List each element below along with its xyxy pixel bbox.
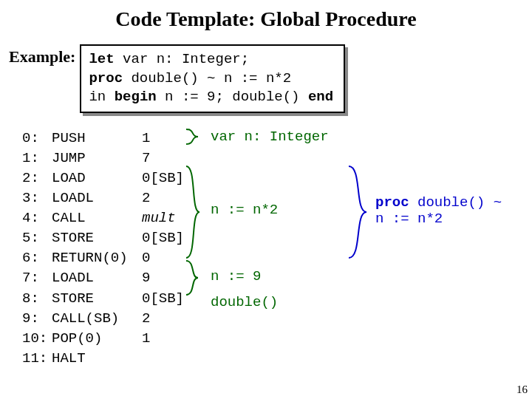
brace-icon	[185, 165, 207, 259]
slide-title: Code Template: Global Procedure	[0, 7, 532, 31]
anno-proc-def: proc double() ~ n := n*2	[375, 194, 502, 227]
example-label: Example:	[9, 47, 75, 66]
table-row: 7:LOADL9	[22, 269, 194, 287]
table-row: 4:CALLmult	[22, 209, 194, 228]
table-row: 2:LOAD0[SB]	[22, 169, 194, 188]
table-row: 0:PUSH1	[22, 129, 194, 148]
table-row: 10:POP(0)1	[22, 330, 194, 348]
anno-double-call: double()	[211, 294, 278, 310]
table-row: 11:HALT	[22, 349, 194, 368]
brace-icon	[185, 259, 207, 296]
instruction-table: 0:PUSH11:JUMP72:LOAD0[SB]3:LOADL24:CALLm…	[21, 128, 195, 369]
table-row: 5:STORE0[SB]	[22, 229, 194, 248]
brace-icon	[185, 128, 207, 146]
source-code-box: let var n: Integer; proc double() ~ n :=…	[80, 44, 345, 113]
table-row: 8:STORE0[SB]	[22, 290, 194, 308]
table-row: 1:JUMP7	[22, 149, 194, 168]
table-row: 3:LOADL2	[22, 189, 194, 208]
page-number: 16	[516, 383, 528, 396]
brace-icon	[347, 165, 372, 259]
example-block: Example: let var n: Integer; proc double…	[9, 44, 532, 113]
anno-var-decl: var n: Integer	[211, 129, 329, 145]
table-row: 9:CALL(SB)2	[22, 310, 194, 328]
anno-n-9: n := 9	[211, 268, 261, 284]
anno-n-n2: n := n*2	[211, 202, 278, 218]
table-row: 6:RETURN(0)0	[22, 249, 194, 267]
